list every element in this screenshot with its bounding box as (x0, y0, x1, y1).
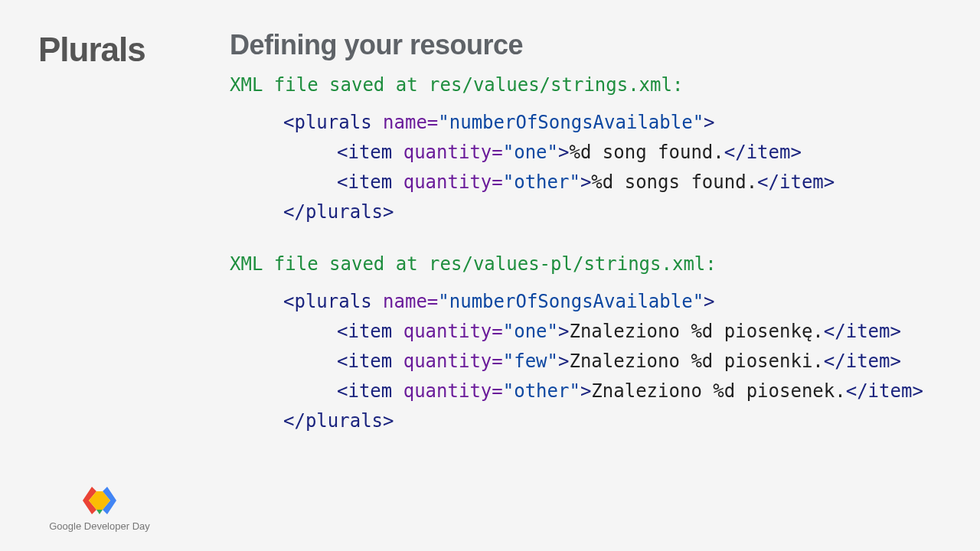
slide: Plurals Defining your resource XML file … (0, 0, 980, 551)
f2-t0: Znaleziono %d piosenkę. (569, 321, 823, 342)
developer-day-icon (78, 485, 121, 516)
section-title: Plurals (38, 31, 199, 69)
f1-q1: other (514, 171, 569, 193)
f2-q0: one (514, 321, 547, 342)
svg-marker-3 (96, 510, 103, 514)
f1-t0: %d song found. (569, 142, 724, 163)
file1-path: XML file saved at res/values/strings.xml… (230, 70, 957, 100)
f2-t2: Znaleziono %d piosenek. (591, 380, 845, 402)
content-column: Defining your resource XML file saved at… (230, 29, 957, 459)
code-block-1: <plurals name="numberOfSongsAvailable"> … (230, 108, 957, 227)
f2-q1: few (514, 350, 547, 372)
f2-q2: other (514, 380, 569, 402)
file2-path: XML file saved at res/values-pl/strings.… (230, 249, 957, 279)
left-column: Plurals (38, 31, 199, 69)
footer-logo: Google Developer Day (38, 485, 161, 532)
plurals-name-1: numberOfSongsAvailable (449, 112, 693, 133)
footer-brand-text: Google Developer Day (38, 520, 161, 532)
f1-t1: %d songs found. (591, 171, 757, 193)
f1-q0: one (514, 142, 547, 163)
plurals-name-2: numberOfSongsAvailable (449, 291, 693, 312)
code-block-2: <plurals name="numberOfSongsAvailable"> … (230, 287, 957, 435)
content-heading: Defining your resource (230, 29, 957, 61)
f2-t1: Znaleziono %d piosenki. (569, 350, 823, 372)
